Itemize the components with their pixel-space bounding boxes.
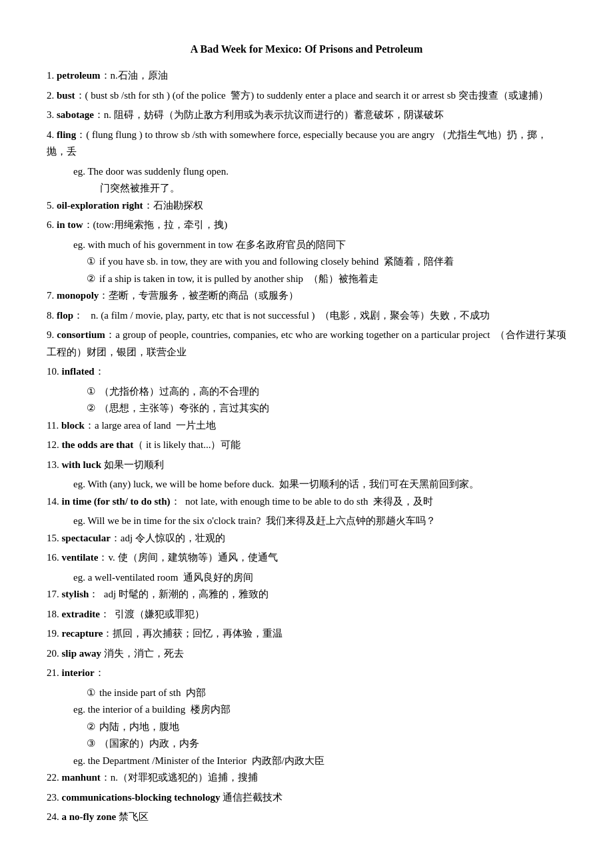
circle-icon-21-2: ② xyxy=(87,719,95,736)
term-7: monopoly xyxy=(57,290,99,301)
term-16: ventilate xyxy=(62,552,99,563)
term-19: recapture xyxy=(62,628,103,639)
circle-10-2: ② （思想，主张等）夸张的，言过其实的 xyxy=(47,400,566,417)
entry-10: 10. inflated： xyxy=(47,363,566,381)
eg-4-en: eg. The door was suddenly flung open. xyxy=(47,163,566,181)
entry-7: 7. monopoly：垄断，专营服务，被垄断的商品（或服务） xyxy=(47,287,566,305)
term-21: interior xyxy=(62,667,95,678)
entry-22: 22. manhunt：n.（对罪犯或逃犯的）追捕，搜捕 xyxy=(47,769,566,787)
eg-13-en: eg. With (any) luck, we will be home bef… xyxy=(47,476,566,493)
term-14: in time (for sth/ to do sth) xyxy=(62,496,171,507)
page-title: A Bad Week for Mexico: Of Prisons and Pe… xyxy=(47,40,566,58)
entry-13: 13. with luck 如果一切顺利 xyxy=(47,457,566,474)
entry-17: 17. stylish： adj 时髦的，新潮的，高雅的，雅致的 xyxy=(47,586,566,603)
term-18: extradite xyxy=(62,609,100,619)
circle-21-2: ② 内陆，内地，腹地 xyxy=(47,719,566,736)
term-22: manhunt xyxy=(62,772,101,783)
entry-16: 16. ventilate：v. 使（房间，建筑物等）通风，使通气 xyxy=(47,549,566,567)
term-12: the odds are that xyxy=(62,439,134,450)
entry-6: 6. in tow：(tow:用绳索拖，拉，牵引，拽) xyxy=(47,217,566,234)
entry-4: 4. fling：( flung flung ) to throw sb /st… xyxy=(47,127,566,161)
eg-14-en: eg. Will we be in time for the six o'clo… xyxy=(47,513,566,530)
term-24: a no-fly zone xyxy=(62,811,117,822)
entry-1: 1. petroleum：n.石油，原油 xyxy=(47,67,566,85)
entry-12: 12. the odds are that（ it is likely that… xyxy=(47,437,566,454)
eg-6-en: eg. with much of his government in tow 在… xyxy=(47,237,566,254)
circle-10-1: ① （尤指价格）过高的，高的不合理的 xyxy=(47,383,566,401)
entry-24: 24. a no-fly zone 禁飞区 xyxy=(47,809,566,826)
circle-icon-21-1: ① xyxy=(87,685,95,702)
entry-21: 21. interior： xyxy=(47,665,566,682)
entry-3: 3. sabotage：n. 阻碍，妨碍（为防止敌方利用或为表示抗议而进行的）蓄… xyxy=(47,107,566,124)
entry-2: 2. bust：( bust sb /sth for sth ) (of the… xyxy=(47,87,566,105)
circle-icon-10-1: ① xyxy=(87,383,95,401)
circle-6-1: ① if you have sb. in tow, they are with … xyxy=(47,253,566,271)
circle-21-1: ① the inside part of sth 内部 xyxy=(47,685,566,702)
entry-23: 23. communications-blocking technology 通… xyxy=(47,789,566,807)
eg-16-en: eg. a well-ventilated room 通风良好的房间 xyxy=(47,569,566,587)
circle-icon-6-2: ② xyxy=(87,271,95,288)
entry-11: 11. block：a large area of land 一片土地 xyxy=(47,417,566,435)
term-17: stylish xyxy=(62,589,89,599)
entry-18: 18. extradite： 引渡（嫌犯或罪犯） xyxy=(47,606,566,623)
term-6: in tow xyxy=(57,219,83,230)
entry-14: 14. in time (for sth/ to do sth)： not la… xyxy=(47,493,566,511)
term-9: consortium xyxy=(57,329,105,340)
term-1: petroleum xyxy=(57,70,101,81)
circle-icon-6-1: ① xyxy=(87,253,95,271)
term-13: with luck xyxy=(62,459,102,470)
circle-6-2: ② if a ship is taken in tow, it is pulle… xyxy=(47,271,566,288)
term-3: sabotage xyxy=(57,109,94,120)
term-20: slip away xyxy=(62,648,102,659)
term-5: oil-exploration right xyxy=(57,200,143,211)
entry-20: 20. slip away 消失，消亡，死去 xyxy=(47,645,566,663)
entry-5: 5. oil-exploration right：石油勘探权 xyxy=(47,197,566,215)
content-area: 1. petroleum：n.石油，原油 2. bust：( bust sb /… xyxy=(47,67,566,826)
term-11: block xyxy=(61,420,85,431)
term-10: inflated xyxy=(62,366,95,377)
term-23: communications-blocking technology xyxy=(62,792,221,803)
term-4: fling xyxy=(57,129,76,140)
entry-15: 15. spectacular：adj 令人惊叹的，壮观的 xyxy=(47,530,566,547)
eg-21-1-en: eg. the interior of a building 楼房内部 xyxy=(47,701,566,719)
term-15: spectacular xyxy=(62,533,111,543)
term-8: flop xyxy=(57,310,73,321)
circle-icon-21-3: ③ xyxy=(87,735,95,753)
eg-21-3-en: eg. the Department /Minister of the Inte… xyxy=(47,753,566,770)
entry-19: 19. recapture：抓回，再次捕获；回忆，再体验，重温 xyxy=(47,625,566,643)
eg-4-zh: 门突然被推开了。 xyxy=(47,180,566,197)
circle-21-3: ③ （国家的）内政，内务 xyxy=(47,735,566,753)
entry-9: 9. consortium：a group of people, countri… xyxy=(47,327,566,361)
circle-icon-10-2: ② xyxy=(87,400,95,417)
term-2: bust xyxy=(57,90,75,101)
entry-8: 8. flop： n. (a film / movie, play, party… xyxy=(47,307,566,325)
